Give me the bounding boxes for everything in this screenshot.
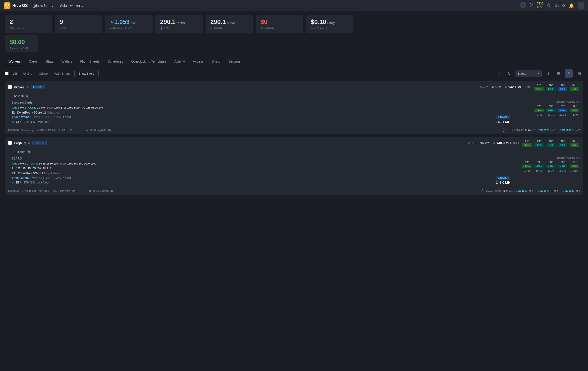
hive-ver-bigrig: 5.0.21-hiveos: [481, 189, 501, 193]
n-badge-6core: N: [25, 94, 29, 98]
download-icon[interactable]: ⬇: [544, 69, 552, 77]
expand-icon[interactable]: ⤢: [495, 69, 503, 77]
tab-workers[interactable]: Workers: [5, 57, 25, 66]
pool-name-6core: dwarfpool: [37, 120, 49, 123]
view-detail-button[interactable]: ⊟: [565, 69, 573, 77]
ip-val-6core: [74, 130, 84, 130]
worker-selector[interactable]: Select worker ⌄: [60, 4, 84, 8]
filter-errors[interactable]: With Errors: [52, 71, 72, 76]
booted-val-bigrig: 19 hours ago: [21, 189, 36, 192]
tab-wallets[interactable]: Wallets: [58, 57, 76, 66]
farm-selector[interactable]: jjdnow farm ⌄: [34, 4, 54, 8]
header-sep1: ·: [31, 4, 32, 8]
tab-settings[interactable]: Settings: [225, 57, 244, 66]
cards-label-bigrig: 5CARD: [12, 157, 510, 160]
tab-overclocking[interactable]: Overclocking Templates: [127, 57, 170, 66]
tab-access[interactable]: Access: [189, 57, 207, 66]
logo-icon: [4, 2, 10, 9]
booted-label-6core: BOOTED: [8, 129, 19, 131]
filter-offline[interactable]: Offline: [37, 71, 50, 76]
hashrate-pct-6core: 100%: [525, 86, 531, 88]
consumption-unit: kW: [131, 21, 136, 25]
tab-flight-sheets[interactable]: Flight Sheets: [76, 57, 104, 66]
farm-name-label: jjdnow farm: [34, 4, 51, 8]
booted-label-bigrig: BOOTED: [8, 190, 19, 192]
filter-all[interactable]: All: [11, 71, 19, 76]
temp-chips-6core: 57° 22% 55° 53% 58° 59% 59° 34%: [534, 83, 580, 91]
network-icon-6core: ⎈: [86, 128, 88, 132]
worker-name-bigrig[interactable]: BigRig: [14, 141, 26, 145]
tab-schedules[interactable]: Schedules: [104, 57, 127, 66]
thread-chips-bigrig: 64° 36% 68° 48% 68° 46% 68°: [522, 161, 580, 168]
sort-select[interactable]: Name Hash Rate GPU Temp Power Uptime: [515, 70, 542, 77]
fan-badge-6core: FAN 0 0 0 0: [12, 106, 26, 109]
ethash-unit: MH/s: [227, 21, 235, 25]
gpu-value: 9: [60, 19, 98, 25]
worker-menu-bigrig[interactable]: ≡: [28, 141, 30, 145]
hashrate-val-6core: 142.1 MH: [508, 85, 523, 89]
thread-chip-0: 57° 22%: [534, 105, 544, 112]
miner-uptime-label-6core: MINER UPTIME: [37, 129, 56, 131]
gpu-type-0-6core: RTX 2070: [537, 129, 549, 131]
show-filters-button[interactable]: Show filters: [74, 70, 98, 77]
ethash-num: 290.1: [210, 18, 226, 25]
n-badge-bigrig: N: [27, 150, 31, 154]
view-grid-button[interactable]: ⊞: [575, 69, 583, 77]
hive-icon-bigrig: [481, 189, 484, 193]
bell-icon[interactable]: 🔔: [569, 3, 574, 8]
temp-chip-3: 59° 34%: [569, 83, 580, 91]
gpu-temp: 72°C: [537, 2, 544, 6]
la-val-6core: 0.27: [483, 85, 488, 89]
worker-checkbox-bigrig[interactable]: [8, 141, 12, 145]
day-unit: / day: [327, 21, 335, 25]
miner-pct-6core: 100%: [54, 116, 61, 119]
miner-threads-label-6core: MINER THREADS: [556, 101, 580, 104]
worker-bottom-6core: BOOTED 5 hours ago MINER UPTIME 5h 20m I…: [5, 126, 583, 134]
worker-checkbox-6core[interactable]: [8, 85, 12, 89]
funds-card: $0.00 YOUR FUNDS: [5, 35, 38, 53]
tab-billing[interactable]: Billing: [208, 57, 224, 66]
consumption-label: CONSUMPTION: [110, 26, 148, 29]
toolbar-right: ⤢ ⇅ Name Hash Rate GPU Temp Power Uptime…: [495, 69, 583, 77]
booted-val-6core: 5 hours ago: [21, 129, 35, 131]
select-all-checkbox[interactable]: [5, 72, 9, 75]
refresh-icon[interactable]: ⟳: [562, 3, 566, 8]
eth-value: 290.1MH/s: [160, 19, 198, 25]
funds-label: YOUR FUNDS: [10, 46, 33, 49]
pl-badge-6core: PL 135 95 95 140: [82, 106, 103, 109]
temp-chips-bigrig: 64° 36% 68° 48% 68° 46% 68° 42% 58° 35: [522, 139, 580, 147]
bigrig-thread-2: 68° 46%: [545, 161, 556, 168]
sort-direction-icon[interactable]: ⇅: [505, 69, 513, 77]
header-right: 72°C 85°C ⏱ 30s ⟳ 🔔: [520, 2, 584, 9]
hashrate-val-bigrig: 148.0 MH: [496, 141, 511, 145]
pool-coin-icon-bigrig: ◈: [12, 181, 14, 184]
tab-activity[interactable]: Activity: [171, 57, 189, 66]
tab-stats[interactable]: Stats: [42, 57, 57, 66]
filter-online[interactable]: Online: [21, 71, 34, 76]
worker-menu-6core[interactable]: ≡: [27, 85, 29, 89]
hw-stats-bigrig: FAN 0 0 0 0 0 CORE 50 25 25 50 115 MEM 1…: [12, 162, 510, 165]
algo-badge-6core: ETHASH: [496, 115, 510, 119]
worker-stats-bigrig: LA 0.43 587.0 w ◈ 148.0 MH 100%: [466, 141, 519, 145]
worker-header-bigrig: BigRig ≡ BIGRIG LA 0.43 587.0 w ◈ 148.0 …: [5, 137, 583, 149]
stat-workers: 2 WORKERS: [5, 15, 52, 33]
stat-gpu: 9 GPU: [55, 15, 102, 33]
network-ver-bigrig: 0.6-112@200116: [93, 189, 114, 192]
logo[interactable]: Hive OS: [4, 2, 28, 9]
temp-display: 72°C 85°C: [537, 2, 544, 9]
ethash-label: ETHASH: [210, 26, 248, 29]
worker-uptime-6core: 5h 20m N: [5, 93, 583, 99]
tab-cards[interactable]: Cards: [25, 57, 42, 66]
balance-value: $0: [261, 19, 298, 25]
rocket-icon[interactable]: [529, 3, 534, 9]
view-list-button[interactable]: ☰: [554, 69, 562, 77]
hashrate-6core: ◈ 142.1 MH 100%: [504, 85, 531, 89]
worker-uptime-bigrig: 18h 40m N: [5, 149, 583, 154]
add-button[interactable]: [520, 2, 526, 9]
miner-threads-label-bigrig: MINER THREADS: [556, 157, 580, 160]
stats-row: 2 WORKERS 9 GPU 1.053kW CONSUMPTION 290.…: [0, 11, 588, 35]
gpu-count-2-bigrig: × 1: [576, 189, 580, 192]
cards-label-6core: 6core (4) Cards: [12, 101, 510, 104]
worker-name-6core[interactable]: 6Core: [14, 85, 24, 89]
avatar[interactable]: [578, 2, 584, 9]
